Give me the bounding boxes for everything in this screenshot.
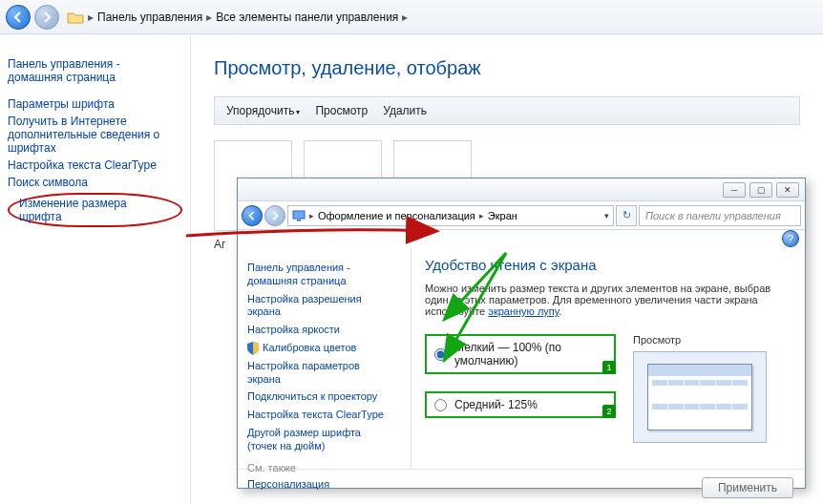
- page-title: Просмотр, удаление, отображ: [214, 57, 800, 79]
- svg-rect-0: [293, 211, 305, 219]
- cleartype-link[interactable]: Настройка текста ClearType: [8, 158, 182, 172]
- display-window: ─ ▢ ✕ ▸ Оформление и персонализация ▸ Эк…: [237, 178, 806, 489]
- chevron-right-icon: ▸: [309, 211, 314, 220]
- font-settings-link[interactable]: Параметры шрифта: [8, 97, 182, 111]
- delete-button[interactable]: Удалить: [383, 104, 427, 117]
- preview-label: Просмотр: [633, 334, 767, 346]
- charmap-link[interactable]: Поиск символа: [8, 176, 182, 189]
- back-button[interactable]: [242, 205, 263, 226]
- folder-icon: [67, 10, 84, 24]
- sub-nav-pane: Панель управления - домашняя страница На…: [238, 247, 412, 469]
- chevron-down-icon: ▾: [296, 108, 300, 116]
- scale-125-radio[interactable]: [434, 399, 447, 411]
- chevron-right-icon: ▸: [88, 10, 94, 24]
- search-input[interactable]: Поиск в панели управления: [639, 205, 801, 226]
- magnifier-link[interactable]: экранную лупу: [488, 305, 559, 317]
- svg-rect-1: [297, 220, 301, 221]
- chevron-right-icon: ▸: [206, 10, 212, 24]
- window-titlebar[interactable]: ─ ▢ ✕: [238, 178, 805, 201]
- brightness-link[interactable]: Настройка яркости: [247, 324, 401, 337]
- minimize-button[interactable]: ─: [723, 182, 746, 198]
- chevron-right-icon: ▸: [402, 10, 408, 24]
- sub-address-bar: ▸ Оформление и персонализация ▸ Экран ▾ …: [238, 201, 805, 230]
- custom-dpi-link[interactable]: Другой размер шрифта (точек на дюйм): [247, 427, 401, 453]
- arrange-button[interactable]: Упорядочить▾: [226, 104, 300, 117]
- forward-button[interactable]: [264, 205, 285, 226]
- cleartype-link[interactable]: Настройка текста ClearType: [247, 409, 401, 422]
- view-button[interactable]: Просмотр: [315, 104, 368, 117]
- breadcrumb-item[interactable]: Экран: [488, 210, 517, 221]
- scale-100-option[interactable]: Мелкий — 100% (по умолчанию) 1: [425, 334, 616, 374]
- personalization-link[interactable]: Персонализация: [247, 478, 401, 492]
- scale-125-option[interactable]: Средний- 125% 2: [425, 391, 616, 418]
- help-icon[interactable]: ?: [782, 230, 799, 247]
- back-button[interactable]: [6, 5, 31, 30]
- projector-link[interactable]: Подключиться к проектору: [247, 390, 401, 404]
- outer-address-bar: ▸ Панель управления ▸ Все элементы панел…: [0, 0, 823, 34]
- content-heading: Удобство чтения с экрана: [425, 257, 791, 273]
- change-font-size-link[interactable]: Изменение размера шрифта: [8, 193, 182, 227]
- address-box[interactable]: ▸ Оформление и персонализация ▸ Экран ▾: [287, 205, 614, 226]
- cp-home-link[interactable]: Панель управления - домашняя страница: [8, 57, 182, 84]
- maximize-button[interactable]: ▢: [749, 182, 772, 198]
- sub-content: Удобство чтения с экрана Можно изменить …: [412, 247, 805, 469]
- display-params-link[interactable]: Настройка параметров экрана: [247, 360, 401, 387]
- annotation-badge: 2: [602, 405, 616, 418]
- apply-button[interactable]: Применить: [702, 477, 793, 498]
- refresh-button[interactable]: ↻: [616, 205, 637, 226]
- scale-100-radio[interactable]: [434, 348, 447, 361]
- breadcrumb-item[interactable]: Оформление и персонализация: [318, 210, 475, 221]
- breadcrumb-item[interactable]: Панель управления: [97, 10, 202, 24]
- monitor-icon: [292, 210, 306, 221]
- outer-nav-pane: Панель управления - домашняя страница Па…: [0, 34, 191, 504]
- preview-illustration: [633, 351, 767, 443]
- color-calibration-link[interactable]: Калибровка цветов: [247, 342, 401, 355]
- breadcrumb-item[interactable]: Все элементы панели управления: [216, 10, 398, 24]
- close-button[interactable]: ✕: [776, 182, 799, 198]
- resolution-link[interactable]: Настройка разрешения экрана: [247, 293, 401, 320]
- cp-home-link[interactable]: Панель управления - домашняя страница: [247, 262, 401, 288]
- see-also-header: См. также: [247, 462, 401, 473]
- shield-icon: [247, 342, 259, 355]
- chevron-down-icon[interactable]: ▾: [604, 211, 609, 220]
- command-bar: Упорядочить▾ Просмотр Удалить: [214, 96, 800, 125]
- fonts-online-link[interactable]: Получить в Интернете дополнительные свед…: [8, 115, 182, 155]
- chevron-right-icon: ▸: [479, 211, 484, 220]
- annotation-badge: 1: [602, 361, 616, 374]
- content-description: Можно изменить размер текста и других эл…: [425, 283, 791, 317]
- forward-button[interactable]: [34, 5, 59, 30]
